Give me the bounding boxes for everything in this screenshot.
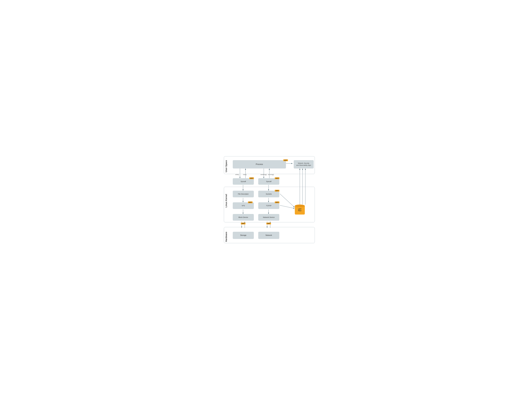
syscall1-box: Syscall bbox=[233, 178, 254, 185]
hardware-label: Hardware bbox=[225, 232, 228, 242]
ebpf-maps: eBPFMaps bbox=[295, 204, 305, 215]
network-hw-box: Network bbox=[258, 232, 279, 239]
tcp-ip-box: TCP/IP bbox=[258, 202, 279, 209]
sendmsg-label: sendmsg() bbox=[260, 174, 267, 175]
recvmsg-label: recvmsg() bbox=[268, 174, 274, 175]
ebpf-badge-block: eBPF bbox=[241, 223, 246, 224]
write-label: write() bbox=[235, 174, 239, 175]
ebpf-badge-vfs: eBPF bbox=[248, 202, 253, 203]
apps-box: Network, Security,and Observability Apps bbox=[294, 160, 314, 169]
linux-kernel-label: Linux Kernel bbox=[225, 194, 228, 207]
network-device-box: Network Device bbox=[258, 214, 279, 221]
ebpf-badge-syscall2: eBPF bbox=[275, 177, 279, 179]
file-descriptor-box: File Descriptor bbox=[233, 191, 254, 197]
vfs-box: VFS bbox=[233, 202, 254, 209]
process-box: Process bbox=[233, 160, 286, 169]
ebpf-badge-process: eBPF bbox=[283, 159, 288, 161]
block-device-box: Block Device bbox=[233, 214, 254, 221]
user-space-label: User Space bbox=[225, 160, 228, 172]
architecture-diagram: User Space Process eBPF Network, Securit… bbox=[217, 154, 315, 245]
read-label: read() bbox=[243, 174, 247, 175]
ebpf-badge-syscall1: eBPF bbox=[249, 177, 254, 179]
ebpf-badge-netdev: eBPF bbox=[266, 223, 271, 224]
syscall2-box: Syscall bbox=[258, 178, 279, 185]
sockets-box: Sockets bbox=[258, 191, 279, 197]
ebpf-badge-sockets: eBPF bbox=[275, 190, 279, 192]
storage-box: Storage bbox=[233, 232, 254, 239]
ebpf-badge-tcp: eBPF bbox=[275, 202, 279, 203]
